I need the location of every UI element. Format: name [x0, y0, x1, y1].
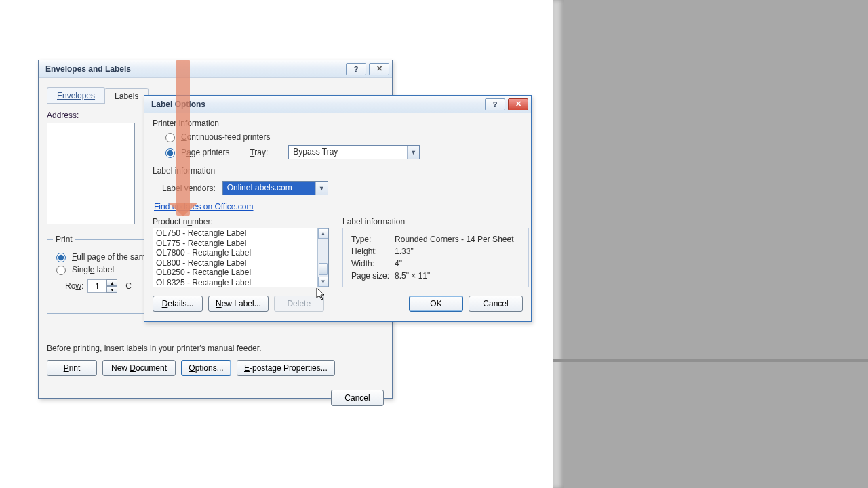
- tray-dropdown[interactable]: Bypass Tray ▼: [288, 145, 420, 159]
- info-height-label: Height:: [351, 246, 393, 257]
- titlebar[interactable]: Envelopes and Labels ? ✕: [39, 60, 392, 78]
- info-width-value: 4": [395, 258, 517, 269]
- radio-continuous[interactable]: Continuous-feed printers: [162, 131, 523, 142]
- info-pagesize-value: 8.5" × 11": [395, 270, 517, 281]
- scroll-down-button[interactable]: ▼: [318, 277, 328, 287]
- row-input[interactable]: [87, 279, 106, 293]
- row-label: Row:: [65, 281, 83, 291]
- product-number-label: Product number:: [153, 217, 329, 226]
- print-button[interactable]: Print: [47, 360, 97, 376]
- row-up[interactable]: ▲: [106, 279, 117, 286]
- details-button[interactable]: Details...: [153, 296, 203, 312]
- ok-button[interactable]: OK: [409, 296, 463, 312]
- row-spinner[interactable]: ▲ ▼: [87, 279, 117, 293]
- dialog-title: Label Options: [151, 100, 205, 109]
- list-item[interactable]: OL800 - Rectangle Label: [153, 258, 328, 268]
- options-button[interactable]: Options...: [181, 360, 231, 376]
- find-updates-link[interactable]: Find updates on Office.com: [154, 202, 254, 211]
- app-background-right: [553, 0, 868, 488]
- scroll-up-button[interactable]: ▲: [318, 228, 328, 239]
- list-item[interactable]: OL8250 - Rectangle Label: [153, 268, 328, 278]
- info-pagesize-label: Page size:: [351, 270, 393, 281]
- epostage-button[interactable]: E-postage Properties...: [237, 360, 335, 376]
- info-height-value: 1.33": [395, 246, 517, 257]
- label-vendors-value: OnlineLabels.com: [223, 182, 315, 195]
- info-type-label: Type:: [351, 234, 393, 245]
- pane-edge: [553, 0, 564, 488]
- chevron-down-icon[interactable]: ▼: [315, 182, 328, 195]
- label-options-dialog: Label Options ? ✕ Printer information Co…: [144, 95, 532, 322]
- delete-button: Delete: [274, 296, 324, 312]
- insert-labels-hint: Before printing, insert labels in your p…: [47, 344, 261, 353]
- label-info-title: Label information: [342, 217, 529, 226]
- print-legend: Print: [53, 235, 75, 244]
- info-width-label: Width:: [351, 258, 393, 269]
- label-info-section: Label information: [153, 166, 523, 176]
- column-hint: C: [125, 281, 132, 291]
- close-button[interactable]: ✕: [508, 98, 528, 110]
- label-vendors-dropdown[interactable]: OnlineLabels.com ▼: [222, 181, 328, 195]
- list-item[interactable]: OL7800 - Rectangle Label: [153, 248, 328, 258]
- help-button[interactable]: ?: [346, 63, 366, 75]
- scroll-thumb[interactable]: [319, 263, 328, 275]
- list-item[interactable]: OL775 - Rectangle Label: [153, 239, 328, 249]
- info-type-value: Rounded Corners - 14 Per Sheet: [395, 234, 517, 245]
- radio-page-printers[interactable]: Page printers: [162, 146, 229, 158]
- label-info-panel: Type: Rounded Corners - 14 Per Sheet Hei…: [342, 228, 529, 287]
- new-document-button[interactable]: New Document: [102, 360, 176, 376]
- dialog-title: Envelopes and Labels: [45, 64, 131, 74]
- chevron-down-icon[interactable]: ▼: [407, 146, 419, 159]
- tray-label: Tray:: [250, 148, 268, 157]
- product-number-listbox[interactable]: OL750 - Rectangle Label OL775 - Rectangl…: [153, 228, 329, 287]
- help-button[interactable]: ?: [485, 98, 505, 110]
- tray-value: Bypass Tray: [289, 146, 407, 159]
- close-button[interactable]: ✕: [369, 63, 389, 75]
- tab-labels[interactable]: Labels: [104, 88, 149, 104]
- cancel-button[interactable]: Cancel: [331, 390, 384, 406]
- scroll-track[interactable]: [318, 239, 328, 277]
- titlebar[interactable]: Label Options ? ✕: [144, 96, 531, 113]
- tab-envelopes[interactable]: Envelopes: [47, 87, 105, 103]
- list-item[interactable]: OL8325 - Rectangle Label: [153, 278, 328, 288]
- listbox-scrollbar[interactable]: ▲ ▼: [317, 228, 328, 287]
- pane-divider: [553, 359, 868, 362]
- row-down[interactable]: ▼: [106, 286, 117, 293]
- address-field[interactable]: [47, 123, 135, 224]
- printer-info-section: Printer information: [153, 119, 523, 128]
- cancel-button[interactable]: Cancel: [469, 296, 523, 312]
- new-label-button[interactable]: New Label...: [208, 296, 269, 312]
- label-vendors-label: Label vendors:: [162, 184, 216, 193]
- list-item[interactable]: OL750 - Rectangle Label: [153, 228, 328, 239]
